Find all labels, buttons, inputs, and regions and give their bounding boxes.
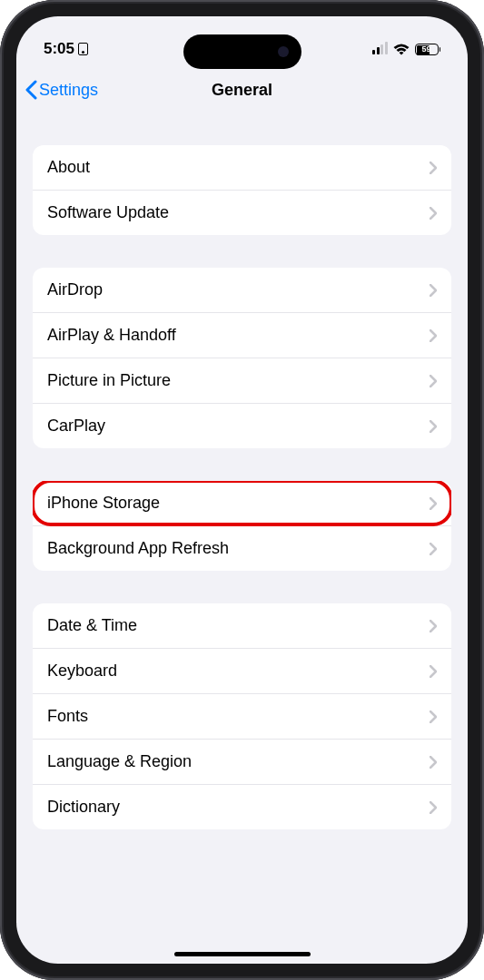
- row-label: AirDrop: [47, 280, 103, 299]
- row-fonts[interactable]: Fonts: [33, 694, 451, 740]
- battery-icon: 59: [415, 44, 441, 55]
- chevron-right-icon: [430, 284, 437, 297]
- chevron-right-icon: [430, 329, 437, 342]
- row-airdrop[interactable]: AirDrop: [33, 268, 451, 313]
- chevron-right-icon: [430, 710, 437, 723]
- back-label: Settings: [39, 81, 98, 100]
- row-dictionary[interactable]: Dictionary: [33, 785, 451, 829]
- chevron-right-icon: [430, 756, 437, 769]
- row-label: AirPlay & Handoff: [47, 326, 176, 345]
- settings-group: AirDrop AirPlay & Handoff Picture in Pic…: [33, 268, 451, 448]
- status-time: 5:05: [44, 40, 74, 58]
- phone-frame: 5:05 59: [0, 0, 484, 980]
- battery-percent: 59: [421, 44, 430, 54]
- row-carplay[interactable]: CarPlay: [33, 404, 451, 448]
- row-label: Background App Refresh: [47, 539, 229, 558]
- row-about[interactable]: About: [33, 145, 451, 191]
- row-software-update[interactable]: Software Update: [33, 191, 451, 235]
- row-keyboard[interactable]: Keyboard: [33, 649, 451, 694]
- chevron-right-icon: [430, 801, 437, 814]
- chevron-right-icon: [430, 420, 437, 433]
- chevron-right-icon: [430, 620, 437, 632]
- cellular-signal-icon: [372, 44, 388, 54]
- chevron-right-icon: [430, 375, 437, 387]
- settings-list: About Software Update AirDrop AirPlay & …: [16, 145, 468, 829]
- chevron-right-icon: [430, 162, 437, 174]
- chevron-right-icon: [430, 543, 437, 555]
- chevron-left-icon: [25, 80, 37, 100]
- row-background-app-refresh[interactable]: Background App Refresh: [33, 526, 451, 571]
- row-date-time[interactable]: Date & Time: [33, 603, 451, 649]
- chevron-right-icon: [430, 207, 437, 220]
- settings-group: iPhone Storage Background App Refresh: [33, 481, 451, 571]
- wifi-icon: [393, 44, 410, 55]
- row-airplay-handoff[interactable]: AirPlay & Handoff: [33, 313, 451, 358]
- chevron-right-icon: [430, 497, 437, 510]
- row-label: iPhone Storage: [47, 494, 160, 513]
- row-label: Picture in Picture: [47, 371, 171, 390]
- row-label: Keyboard: [47, 662, 117, 681]
- row-label: Fonts: [47, 707, 88, 726]
- back-button[interactable]: Settings: [25, 80, 98, 100]
- page-title: General: [212, 81, 272, 100]
- row-picture-in-picture[interactable]: Picture in Picture: [33, 358, 451, 404]
- row-label: Dictionary: [47, 798, 120, 817]
- screen: 5:05 59: [16, 16, 468, 964]
- settings-group: Date & Time Keyboard Fonts Language & Re…: [33, 603, 451, 829]
- dynamic-island: [183, 34, 301, 69]
- nav-bar: Settings General: [16, 67, 468, 113]
- row-iphone-storage[interactable]: iPhone Storage: [33, 481, 451, 526]
- row-label: Software Update: [47, 203, 169, 222]
- home-indicator[interactable]: [174, 952, 311, 956]
- portrait-lock-icon: [78, 43, 88, 55]
- row-label: About: [47, 158, 90, 177]
- chevron-right-icon: [430, 665, 437, 678]
- row-label: CarPlay: [47, 416, 105, 436]
- row-language-region[interactable]: Language & Region: [33, 740, 451, 785]
- row-label: Date & Time: [47, 616, 137, 635]
- row-label: Language & Region: [47, 752, 192, 771]
- settings-group: About Software Update: [33, 145, 451, 235]
